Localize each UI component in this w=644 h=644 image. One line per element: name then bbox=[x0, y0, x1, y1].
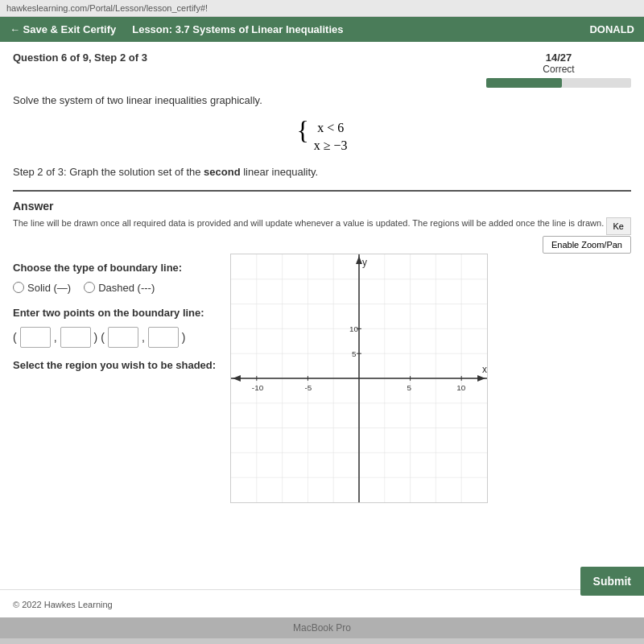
svg-text:10: 10 bbox=[456, 383, 466, 392]
browser-url: hawkeslearning.com/Portal/Lesson/lesson_… bbox=[6, 3, 208, 13]
boundary-radio-group: Solid (—) Dashed (---) bbox=[13, 282, 222, 294]
save-exit-button[interactable]: ← Save & Exit Certify bbox=[10, 23, 116, 35]
svg-text:-5: -5 bbox=[304, 383, 312, 392]
correct-label: Correct bbox=[486, 64, 631, 75]
equation-2: x ≥ −3 bbox=[314, 138, 348, 153]
dashed-label: Dashed (---) bbox=[98, 282, 155, 294]
point1-x-input[interactable] bbox=[20, 327, 51, 348]
progress-bar-fill bbox=[486, 78, 562, 88]
point1-y-input[interactable] bbox=[60, 327, 91, 348]
open-paren-1: ( bbox=[13, 331, 17, 344]
answer-label: Answer bbox=[13, 200, 631, 213]
zoom-pan-button[interactable]: Enable Zoom/Pan bbox=[543, 236, 631, 254]
solid-option[interactable]: Solid (—) bbox=[13, 282, 71, 294]
footer: © 2022 Hawkes Learning bbox=[0, 589, 644, 617]
x-axis-label: x bbox=[482, 364, 487, 375]
copyright-text: © 2022 Hawkes Learning bbox=[13, 600, 113, 609]
svg-text:-10: -10 bbox=[252, 383, 264, 392]
dashed-option[interactable]: Dashed (---) bbox=[84, 282, 155, 294]
comma-2: , bbox=[142, 331, 145, 344]
math-system: { x < 6 x ≥ −3 bbox=[13, 118, 631, 153]
toolbar: ← Save & Exit Certify Lesson: 3.7 System… bbox=[0, 17, 644, 42]
open-paren-2: ( bbox=[101, 331, 105, 344]
shade-label: Select the region you wish to be shaded: bbox=[13, 359, 222, 371]
solid-radio[interactable] bbox=[13, 282, 24, 293]
equation-1: x < 6 bbox=[314, 121, 348, 135]
score-text: 14/27 bbox=[486, 52, 631, 64]
macbook-label: MacBook Pro bbox=[293, 622, 351, 634]
step-number: Step 2 of 3: bbox=[13, 166, 67, 178]
step-bold: second bbox=[204, 166, 241, 178]
svg-marker-21 bbox=[477, 375, 485, 382]
problem-instruction: Solve the system of two linear inequalit… bbox=[13, 94, 631, 106]
equations: x < 6 x ≥ −3 bbox=[314, 118, 348, 153]
point2-x-input[interactable] bbox=[108, 327, 138, 348]
solid-label: Solid (—) bbox=[27, 282, 71, 294]
macbook-bar: MacBook Pro bbox=[0, 617, 644, 638]
question-header: Question 6 of 9, Step 2 of 3 14/27 Corre… bbox=[13, 52, 631, 88]
lesson-title: Lesson: 3.7 Systems of Linear Inequaliti… bbox=[132, 23, 343, 35]
points-label: Enter two points on the boundary line: bbox=[13, 307, 222, 319]
info-text: The line will be drawn once all required… bbox=[13, 217, 631, 229]
coordinate-graph: x y -10 -5 5 10 10 bbox=[231, 254, 487, 502]
main-content: Question 6 of 9, Step 2 of 3 14/27 Corre… bbox=[0, 42, 644, 589]
progress-bar-container bbox=[486, 78, 631, 88]
svg-text:5: 5 bbox=[407, 383, 412, 392]
step-detail: Graph the solution set of the bbox=[69, 166, 204, 178]
browser-bar: hawkeslearning.com/Portal/Lesson/lesson_… bbox=[0, 0, 644, 17]
close-paren-1: ) bbox=[94, 331, 98, 344]
close-paren-2: ) bbox=[182, 331, 186, 344]
step-instruction: Step 2 of 3: Graph the solution set of t… bbox=[13, 164, 631, 180]
interactive-area: Choose the type of boundary line: Solid … bbox=[13, 254, 631, 503]
score-section: 14/27 Correct bbox=[486, 52, 631, 88]
svg-text:5: 5 bbox=[352, 349, 357, 358]
y-axis-label: y bbox=[362, 257, 367, 268]
boundary-type-label: Choose the type of boundary line: bbox=[13, 262, 222, 274]
point2-y-input[interactable] bbox=[148, 327, 179, 348]
question-label: Question 6 of 9, Step 2 of 3 bbox=[13, 52, 147, 64]
dashed-radio[interactable] bbox=[84, 282, 95, 293]
key-button[interactable]: Ke bbox=[606, 217, 631, 235]
svg-text:10: 10 bbox=[349, 324, 359, 333]
graph-section: x y -10 -5 5 10 10 bbox=[230, 254, 631, 503]
svg-marker-22 bbox=[233, 375, 241, 382]
svg-marker-20 bbox=[356, 256, 362, 264]
brace-symbol: { bbox=[296, 118, 308, 143]
user-name: DONALD bbox=[589, 23, 634, 35]
comma-1: , bbox=[54, 331, 57, 344]
form-section: Choose the type of boundary line: Solid … bbox=[13, 254, 222, 503]
step-end: linear inequality. bbox=[243, 166, 318, 178]
graph-canvas[interactable]: x y -10 -5 5 10 10 bbox=[230, 254, 488, 503]
submit-button[interactable]: Submit bbox=[580, 567, 644, 596]
points-row: ( , ) ( , ) bbox=[13, 327, 222, 348]
answer-section: Answer Ke The line will be drawn once al… bbox=[13, 190, 631, 503]
